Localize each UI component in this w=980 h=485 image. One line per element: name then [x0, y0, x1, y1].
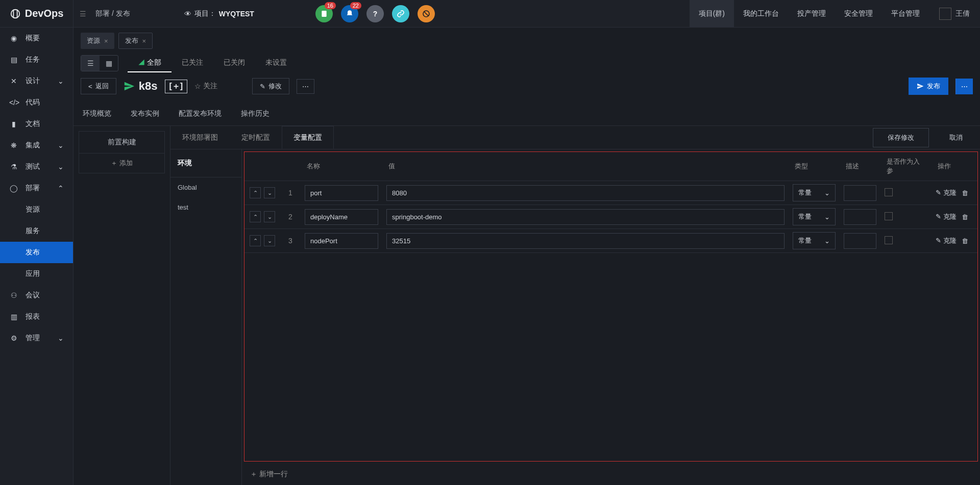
- svg-point-0: [11, 9, 19, 18]
- nav-project-group[interactable]: 项目(群): [690, 0, 734, 27]
- brand-text: DevOps: [25, 8, 64, 19]
- doc-badge: 16: [325, 2, 336, 9]
- header: DevOps ☰ 部署 / 发布 👁 项目： WYQTEST 16 22 ? 项…: [0, 0, 980, 28]
- nav-production[interactable]: 投产管理: [788, 0, 835, 27]
- header-nav: 项目(群) 我的工作台 投产管理 安全管理 平台管理 王倩: [690, 0, 980, 27]
- menu-icon[interactable]: ☰: [74, 10, 92, 18]
- doc-icon[interactable]: 16: [315, 5, 333, 22]
- header-icon-bar: 16 22 ?: [315, 5, 435, 22]
- svg-rect-1: [322, 11, 326, 17]
- nav-workbench[interactable]: 我的工作台: [734, 0, 788, 27]
- eye-icon: 👁: [184, 10, 191, 18]
- user-name: 王倩: [955, 9, 970, 18]
- nav-platform[interactable]: 平台管理: [882, 0, 929, 27]
- logo[interactable]: DevOps: [0, 0, 74, 27]
- help-icon[interactable]: ?: [366, 5, 384, 22]
- project-name: WYQTEST: [219, 10, 254, 18]
- breadcrumb: 部署 / 发布: [92, 9, 133, 18]
- user-menu[interactable]: 王倩: [929, 8, 980, 20]
- breadcrumb-a[interactable]: 部署: [95, 9, 110, 17]
- bell-icon[interactable]: 22: [341, 5, 358, 22]
- brand-icon: [10, 8, 21, 19]
- svg-line-3: [424, 12, 428, 16]
- block-icon[interactable]: [418, 5, 435, 22]
- bell-badge: 22: [350, 2, 361, 9]
- breadcrumb-b[interactable]: 发布: [116, 9, 130, 17]
- link-icon[interactable]: [392, 5, 409, 22]
- avatar: [939, 8, 951, 20]
- project-selector[interactable]: 👁 项目： WYQTEST: [184, 9, 254, 18]
- nav-security[interactable]: 安全管理: [835, 0, 882, 27]
